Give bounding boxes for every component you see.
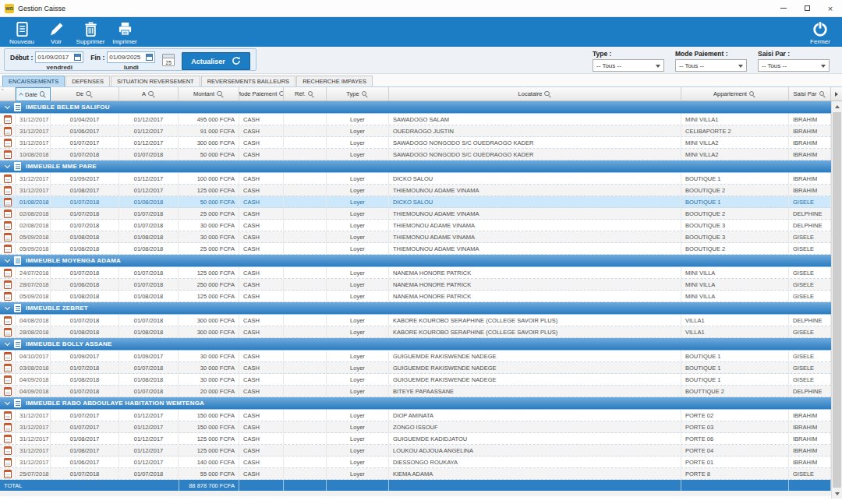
table-row[interactable]: 31/12/201701/08/201701/12/2017125 000 FC… [0, 433, 831, 445]
column-header-a[interactable]: A [119, 87, 179, 101]
cell-date: 31/12/2017 [16, 114, 51, 125]
type-filter-select[interactable]: -- Tous -- [593, 59, 664, 72]
search-icon[interactable] [148, 90, 155, 98]
search-icon[interactable] [819, 90, 826, 98]
column-header-par[interactable]: Saisi Par [789, 87, 831, 101]
table-row[interactable]: 05/09/201801/08/201801/08/201825 000 FCF… [0, 243, 831, 255]
table-row[interactable]: 10/08/201801/07/201801/07/201850 000 FCF… [0, 149, 831, 160]
collapse-chevron-icon[interactable] [5, 162, 10, 167]
table-row[interactable]: 04/08/201801/07/201801/07/2018300 000 FC… [0, 315, 831, 326]
fermer-button[interactable]: Fermer [803, 17, 837, 47]
cell-mode: CASH [239, 137, 284, 148]
cell-loc: THIEMONOU ADAME VINAMA [389, 231, 681, 242]
close-button[interactable]: × [819, 0, 842, 16]
search-icon[interactable] [544, 90, 551, 98]
table-row[interactable]: 31/12/201701/09/201701/12/2017100 000 FC… [0, 173, 831, 185]
table-row[interactable]: 02/08/201801/07/201801/07/201825 000 FCF… [0, 208, 831, 220]
collapse-chevron-icon[interactable] [5, 304, 10, 309]
column-header-de[interactable]: De [51, 87, 119, 101]
table-row[interactable]: 31/12/201701/04/201701/12/2017495 000 FC… [0, 114, 831, 125]
table-row[interactable]: 28/07/201801/06/201801/07/2018250 000 FC… [0, 279, 831, 291]
search-icon[interactable] [308, 90, 315, 98]
cell-a: 01/12/2017 [119, 421, 179, 432]
column-header-montant[interactable]: Montant [179, 87, 239, 101]
group-header[interactable]: IMMEUBLE MOYENGA ADAMA [0, 255, 831, 267]
cell-apt: BOOUTIQUE 3 [681, 220, 789, 231]
table-row[interactable]: 31/12/201701/07/201701/12/2017150 000 FC… [0, 410, 831, 421]
table-row[interactable]: 24/07/201801/07/201801/07/2018125 000 FC… [0, 267, 831, 279]
calendar-picker-icon[interactable] [146, 54, 153, 61]
group-header[interactable]: IMMEUBLE RABO ABDOULAYE HABITATION WEMTE… [0, 397, 831, 410]
table-row[interactable]: 31/12/201701/07/201701/12/2017300 000 FC… [0, 137, 831, 149]
tab-depenses[interactable]: DEPENSES [65, 76, 110, 86]
column-header-type[interactable]: Type [327, 87, 389, 101]
search-icon[interactable] [40, 90, 47, 98]
collapse-chevron-icon[interactable] [5, 399, 10, 404]
search-icon[interactable] [86, 90, 93, 98]
table-row[interactable]: 02/08/201801/07/201801/07/201830 000 FCF… [0, 220, 831, 231]
table-row[interactable]: 28/08/201801/08/201801/08/2018300 000 FC… [0, 326, 831, 338]
search-icon[interactable] [217, 90, 224, 98]
cell-ref [284, 185, 327, 196]
cell-apt: BOUTIQUE 1 [681, 374, 789, 385]
table-row[interactable]: 31/12/201701/07/201701/12/2017150 000 FC… [0, 421, 831, 433]
scrollbar-thumb[interactable] [833, 112, 841, 488]
cell-par: GISELE [789, 196, 831, 207]
collapse-chevron-icon[interactable] [5, 103, 10, 108]
table-row[interactable]: 04/09/201801/08/201801/08/201830 000 FCF… [0, 374, 831, 386]
start-date-value: 01/09/2017 [37, 54, 69, 61]
table-row[interactable]: 25/07/201801/07/201801/07/201855 000 FCF… [0, 468, 831, 480]
cell-apt: VILLA1 [681, 315, 789, 326]
cell-type: Loyer [327, 445, 389, 456]
tab-reversements-bailleurs[interactable]: REVERSEMENTS BAILLEURS [201, 76, 295, 86]
tab-situation-reversement[interactable]: SITUATION REVERSEMENT [111, 76, 200, 86]
search-icon[interactable] [749, 90, 756, 98]
building-icon [14, 256, 21, 265]
table-row[interactable]: 04/10/201701/09/201701/09/201730 000 FCF… [0, 351, 831, 362]
column-header-ref[interactable]: Réf. [284, 87, 327, 101]
calendar-picker-icon[interactable] [74, 54, 81, 61]
column-header-apt[interactable]: Appartement [681, 87, 789, 101]
column-header-loc[interactable]: Locataire [389, 87, 681, 101]
tab-recherche-impayes[interactable]: RECHERCHE IMPAYES [296, 76, 373, 86]
table-row[interactable]: 04/09/201801/07/201801/07/201820 000 FCF… [0, 386, 831, 397]
payment-mode-filter-select[interactable]: -- Tous -- [675, 59, 747, 72]
group-header[interactable]: IMMEUBLE MME PARE [0, 160, 831, 173]
table-row[interactable]: 31/12/201701/08/201701/12/2017125 000 FC… [0, 445, 831, 456]
table-row[interactable]: 01/08/201801/07/201801/08/201850 000 FCF… [0, 196, 831, 208]
table-row[interactable]: 31/12/201701/06/201701/12/201791 000 FCF… [0, 125, 831, 137]
tab-encaissements[interactable]: ENCAISSEMENTS [2, 76, 65, 86]
end-date-input[interactable]: 01/09/2025 [107, 51, 155, 63]
column-header-date[interactable]: Date [16, 87, 51, 101]
table-row[interactable]: 05/09/201801/08/201801/08/201830 000 FCF… [0, 231, 831, 243]
maximize-button[interactable] [795, 0, 819, 16]
vertical-scrollbar[interactable] [831, 101, 842, 499]
table-row[interactable]: 05/09/201801/08/201801/08/2018125 000 FC… [0, 291, 831, 302]
table-row[interactable]: 31/12/201701/06/201701/12/2017140 000 FC… [0, 456, 831, 468]
cell-de: 01/08/2018 [51, 374, 119, 385]
group-header[interactable]: IMEUBLE BELEM SALIFOU [0, 101, 831, 114]
delete-button[interactable]: Supprimer [73, 17, 108, 47]
scroll-down-button[interactable] [832, 488, 842, 499]
calendar-button[interactable]: 25 [162, 54, 175, 66]
view-button[interactable]: Voir [39, 17, 73, 47]
table-row[interactable]: 03/08/201801/07/201801/07/201830 000 FCF… [0, 362, 831, 374]
new-button[interactable]: Nouveau [5, 17, 39, 47]
cell-mode: CASH [239, 468, 284, 479]
group-header[interactable]: IMMEUBLE ZEBRET [0, 302, 831, 315]
collapse-chevron-icon[interactable] [5, 256, 10, 262]
refresh-button[interactable]: Actualiser [182, 52, 250, 70]
start-date-input[interactable]: 01/09/2017 [35, 51, 83, 63]
scroll-up-button[interactable] [832, 101, 842, 111]
print-button[interactable]: Imprimer [108, 17, 142, 47]
collapse-chevron-icon[interactable] [5, 340, 10, 345]
table-row[interactable]: 31/12/201701/08/201701/12/2017125 000 FC… [0, 185, 831, 196]
group-header[interactable]: IMMEUBLE BOLLY ASSANE [0, 338, 831, 351]
column-chooser-button[interactable] [831, 87, 842, 101]
window-controls: × [772, 0, 842, 16]
column-header-mode[interactable]: Mode Paiement [239, 87, 284, 101]
cell-ref [284, 445, 327, 456]
entered-by-filter-select[interactable]: -- Tous -- [758, 59, 830, 72]
minimize-button[interactable] [772, 0, 795, 16]
search-icon[interactable] [362, 90, 369, 98]
